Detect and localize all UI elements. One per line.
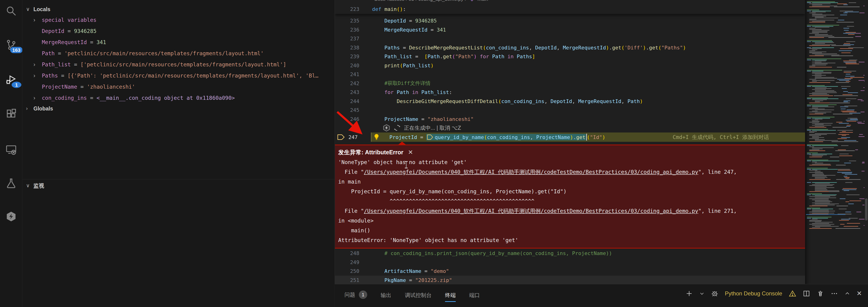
variable-row[interactable]: MergeRequestId = 341 bbox=[22, 37, 335, 48]
minimap-line bbox=[805, 134, 865, 135]
chevron-right-icon[interactable]: › bbox=[33, 17, 42, 23]
panel-tab[interactable]: 端口 bbox=[469, 292, 480, 302]
code-line[interactable]: 244 DescribeGitMergeRequestDiffDetail(co… bbox=[335, 97, 805, 106]
code-line[interactable]: 249 bbox=[335, 258, 805, 267]
code-line[interactable]: 238 Paths = DescribeMergeRequestList(con… bbox=[335, 43, 805, 52]
minimap-line bbox=[805, 201, 865, 201]
code-line[interactable]: 246 ProjectName = "zhaolianceshi" bbox=[335, 115, 805, 124]
code-line[interactable]: 248 # con_coding_ins.print_json(query_id… bbox=[335, 249, 805, 258]
minimap-line bbox=[805, 6, 865, 7]
line-number: 223 bbox=[335, 6, 372, 12]
minimap-line bbox=[805, 109, 865, 110]
line-number[interactable]: 236 bbox=[335, 27, 372, 33]
code-line[interactable]: 245 bbox=[335, 106, 805, 115]
line-number[interactable]: 241 bbox=[335, 71, 372, 77]
line-number[interactable]: 246 bbox=[335, 116, 372, 122]
line-number[interactable]: 248 bbox=[335, 250, 372, 256]
extensions-icon[interactable] bbox=[5, 108, 17, 120]
generating-text[interactable]: 正在生成中... | 取消 ⌥Z bbox=[404, 124, 461, 132]
chevron-right-icon[interactable]: › bbox=[33, 61, 42, 68]
variable-row[interactable]: ›Path_list = ['petclinic/src/main/resour… bbox=[22, 59, 335, 70]
debug-current-frame-icon[interactable] bbox=[337, 134, 345, 141]
trash-icon[interactable] bbox=[817, 290, 824, 297]
chevron-down-icon: ∨ bbox=[26, 183, 33, 189]
line-number[interactable]: 238 bbox=[335, 45, 372, 50]
code-line[interactable]: 242 #获取Diff文件详情 bbox=[335, 79, 805, 88]
close-panel-icon[interactable]: ✕ bbox=[857, 290, 862, 297]
inline-suggestion-selection[interactable]: query_id_by_name(con_coding_ins, Project… bbox=[426, 134, 586, 140]
remote-explorer-icon[interactable] bbox=[5, 144, 17, 156]
line-number[interactable]: 242 bbox=[335, 80, 372, 86]
globals-section-header[interactable]: › Globals bbox=[22, 103, 335, 114]
line-number[interactable]: 251 bbox=[335, 277, 372, 283]
line-number[interactable]: 235 bbox=[335, 18, 372, 24]
line-number[interactable]: 240 bbox=[335, 63, 372, 68]
file-link[interactable]: /Users/yupengfei/Documents/040_软件工程/AI 代… bbox=[364, 207, 698, 215]
panel-tab[interactable]: 问题1 bbox=[344, 291, 367, 302]
debug-console-label[interactable]: Python Debug Console bbox=[725, 290, 782, 297]
scrollbar[interactable] bbox=[865, 0, 868, 284]
minimap-line bbox=[805, 80, 865, 81]
line-number[interactable]: 239 bbox=[335, 54, 372, 59]
minimap-line bbox=[805, 31, 865, 32]
minimap-line bbox=[805, 26, 865, 27]
split-panel-icon[interactable] bbox=[803, 290, 810, 297]
line-number[interactable]: 250 bbox=[335, 268, 372, 274]
chevron-right-icon: › bbox=[26, 106, 33, 112]
minimap-line bbox=[805, 41, 865, 42]
current-debug-line[interactable]: 247 ProjectId = query_id_by_name(con_cod… bbox=[335, 133, 805, 142]
line-number[interactable]: 247 bbox=[348, 134, 358, 140]
code-line[interactable]: 241 bbox=[335, 70, 805, 79]
code-line[interactable]: 239 Path_list = [Path.get("Path") for Pa… bbox=[335, 52, 805, 61]
line-number[interactable]: 249 bbox=[335, 260, 372, 265]
variable-row[interactable]: ›special variables bbox=[22, 14, 335, 26]
variable-row[interactable]: Path = 'petclinic/src/main/resources/tem… bbox=[22, 48, 335, 59]
close-icon[interactable]: ✕ bbox=[408, 149, 413, 156]
variable-row[interactable]: DepotId = 9346285 bbox=[22, 26, 335, 37]
line-number[interactable]: 245 bbox=[335, 107, 372, 113]
code-line[interactable]: 236 MergeRequestId = 341 bbox=[335, 25, 805, 34]
breadcrumb[interactable]: BestPractices › 03 › coding_api_demo.py … bbox=[335, 0, 805, 4]
code-line[interactable]: 250 ArtifactName = "demo" bbox=[335, 267, 805, 276]
assistant-logo-icon bbox=[382, 124, 391, 132]
variable-row[interactable]: ProjectName = 'zhaolianceshi' bbox=[22, 81, 335, 92]
code-line[interactable]: 235 DepotId = 9346285 bbox=[335, 16, 805, 25]
sticky-scroll-line[interactable]: 223 def main(): bbox=[335, 4, 805, 14]
panel-tab[interactable]: 调试控制台 bbox=[405, 292, 432, 302]
chevron-right-icon[interactable]: › bbox=[33, 95, 42, 101]
more-actions-icon[interactable] bbox=[831, 290, 838, 297]
minimap[interactable] bbox=[805, 0, 865, 284]
file-link[interactable]: /Users/yupengfei/Documents/040_软件工程/AI 代… bbox=[364, 168, 698, 176]
line-number[interactable]: 237 bbox=[335, 36, 372, 41]
code-line[interactable]: 243 for Path in Path_list: bbox=[335, 88, 805, 97]
chevron-down-icon: ∨ bbox=[26, 6, 33, 12]
panel-tab[interactable]: 输出 bbox=[381, 292, 392, 302]
scrollbar-slider[interactable] bbox=[865, 198, 868, 220]
code-line[interactable]: 240 print(Path_list) bbox=[335, 61, 805, 70]
chevron-down-icon[interactable] bbox=[700, 290, 705, 297]
extension-hexagon-icon[interactable] bbox=[5, 211, 17, 222]
minimap-line bbox=[805, 54, 865, 54]
variable-name: MergeRequestId bbox=[42, 39, 87, 45]
search-icon[interactable] bbox=[5, 5, 17, 17]
testing-icon[interactable] bbox=[5, 177, 17, 189]
chevron-up-icon[interactable] bbox=[844, 290, 850, 297]
new-terminal-icon[interactable] bbox=[685, 290, 693, 297]
variable-row[interactable]: ›Paths = [{'Path': 'petclinic/src/main/r… bbox=[22, 70, 335, 81]
watch-section-header[interactable]: ∨ 监视 bbox=[22, 180, 335, 191]
lightbulb-icon[interactable] bbox=[373, 133, 379, 141]
chevron-right-icon[interactable]: › bbox=[33, 72, 42, 79]
code-editor[interactable]: BestPractices › 03 › coding_api_demo.py … bbox=[335, 0, 805, 284]
locals-section-header[interactable]: ∨ Locals bbox=[22, 4, 335, 14]
code-line[interactable]: 237 bbox=[335, 34, 805, 43]
ai-generating-widget[interactable]: 正在生成中... | 取消 ⌥Z bbox=[382, 124, 461, 132]
line-number[interactable]: 243 bbox=[335, 89, 372, 95]
line-number[interactable]: 244 bbox=[335, 98, 372, 104]
variable-row[interactable]: ›con_coding_ins = <__main__.con_coding o… bbox=[22, 92, 335, 103]
panel-tab[interactable]: 终端 bbox=[445, 292, 456, 302]
minimap-line bbox=[805, 81, 865, 82]
minimap-line bbox=[805, 133, 865, 134]
globals-label: Globals bbox=[33, 106, 53, 112]
minimap-line bbox=[805, 219, 865, 219]
code-line[interactable]: 251 PkgName = "201225.zip" bbox=[335, 276, 805, 284]
